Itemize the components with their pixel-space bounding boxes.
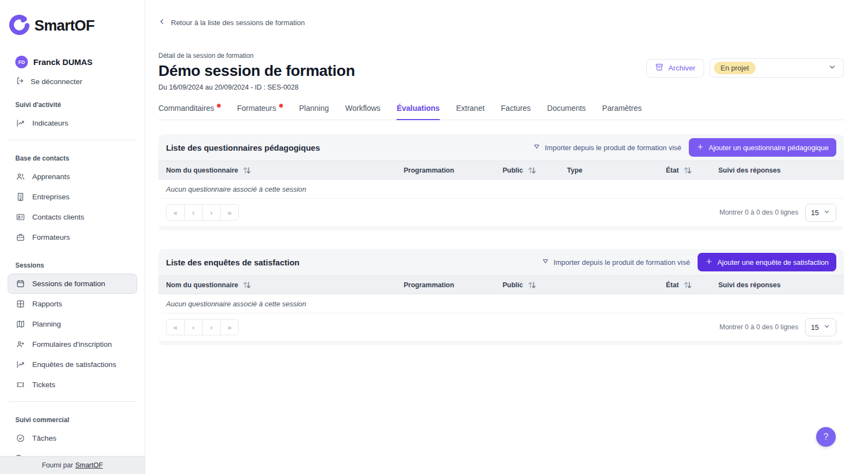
import-from-product-link[interactable]: Importer depuis le produit de formation … <box>533 143 681 152</box>
plus-icon <box>705 258 713 267</box>
page-size-select[interactable]: 15 <box>805 318 836 336</box>
sidebar-item-label: Enquêtes de satisfactions <box>32 360 116 369</box>
pagination-summary: Montrer 0 à 0 des 0 lignes <box>719 209 799 216</box>
column-header-nom[interactable]: Nom du questionnaire <box>158 276 400 294</box>
status-select[interactable]: En projet <box>710 58 844 78</box>
sidebar-item-label: Tâches <box>32 434 56 442</box>
sidebar-item-rapports[interactable]: Rapports <box>8 294 137 314</box>
sidebar-item-enquetes-satisfactions[interactable]: Enquêtes de satisfactions <box>8 354 137 375</box>
sidebar-item-entreprises[interactable]: Entreprises <box>8 187 137 207</box>
logout-label: Se déconnecter <box>31 78 82 86</box>
user-plus-icon <box>16 340 25 349</box>
pagination: « ‹ › » Montrer 0 à 0 des 0 lignes 15 <box>158 199 844 226</box>
column-header-public[interactable]: Public <box>499 161 564 180</box>
import-link-label: Importer depuis le produit de formation … <box>553 258 690 266</box>
header-actions: Archiver En projet <box>646 58 844 78</box>
column-header-type: Type <box>564 161 663 180</box>
first-page-button[interactable]: « <box>166 319 185 335</box>
tab-commanditaires[interactable]: Commanditaires <box>158 104 221 120</box>
alert-dot <box>217 104 221 108</box>
tab-workflows[interactable]: Workflows <box>345 104 380 120</box>
archive-button[interactable]: Archiver <box>646 59 704 78</box>
calendar-icon <box>16 279 25 288</box>
chart-line-icon <box>16 360 25 369</box>
sort-icon[interactable] <box>683 166 692 175</box>
questionnaires-table: Nom du questionnaire Programmation Publi… <box>158 161 844 199</box>
pagination: « ‹ › » Montrer 0 à 0 des 0 lignes 15 <box>158 313 844 341</box>
sidebar-footer: Fourni par SmartOF <box>0 456 145 474</box>
nav-section-title: Base de contacts <box>15 155 145 162</box>
logout-button[interactable]: Se déconnecter <box>16 76 145 87</box>
footer-brand-link[interactable]: SmartOF <box>75 461 103 469</box>
table-header-row: Nom du questionnaire Programmation Publi… <box>158 276 844 294</box>
sidebar-item-indicateurs[interactable]: Indicateurs <box>8 113 137 133</box>
ticket-icon <box>16 380 25 389</box>
table-header-row: Nom du questionnaire Programmation Publi… <box>158 161 844 180</box>
next-page-button[interactable]: › <box>202 204 221 221</box>
sidebar-item-formulaires-inscription[interactable]: Formulaires d'inscription <box>8 334 137 354</box>
divider <box>9 401 136 402</box>
nav-section-title: Suivi commercial <box>15 416 145 424</box>
sidebar-item-formateurs[interactable]: Formateurs <box>8 227 137 247</box>
tab-formateurs[interactable]: Formateurs <box>237 104 283 120</box>
id-card-icon <box>16 212 25 222</box>
page-size-value: 15 <box>811 209 819 217</box>
map-icon <box>16 319 25 329</box>
add-enquete-button[interactable]: Ajouter une enquête de satisfaction <box>698 253 836 271</box>
next-page-button[interactable]: › <box>202 319 221 335</box>
column-header-programmation: Programmation <box>400 161 499 180</box>
last-page-button[interactable]: » <box>220 204 239 221</box>
sort-icon[interactable] <box>528 281 536 289</box>
panel-enquetes-satisfaction: Liste des enquêtes de satisfaction Impor… <box>158 249 844 345</box>
alert-dot <box>279 104 283 108</box>
chart-line-icon <box>16 118 25 128</box>
tab-parametres[interactable]: Paramètres <box>602 104 641 120</box>
app-logo[interactable]: SmartOF <box>9 14 145 37</box>
tab-evaluations[interactable]: Évaluations <box>397 104 440 120</box>
sidebar-item-planning[interactable]: Planning <box>8 314 137 334</box>
sort-icon[interactable] <box>683 281 692 289</box>
column-header-etat[interactable]: État <box>663 161 715 180</box>
session-dates: Du 16/09/2024 au 20/09/2024 - ID : SES-0… <box>158 84 844 91</box>
sidebar-item-label: Contacts clients <box>32 213 84 221</box>
avatar: FD <box>15 56 28 68</box>
divider <box>9 140 136 140</box>
sidebar-item-contacts-clients[interactable]: Contacts clients <box>8 207 137 227</box>
back-link[interactable]: Retour à la liste des sessions de format… <box>158 18 844 27</box>
pager-controls: « ‹ › » <box>166 204 239 221</box>
sidebar-item-sessions-de-formation[interactable]: Sessions de formation <box>8 274 137 294</box>
tab-factures[interactable]: Factures <box>501 104 530 120</box>
sidebar-item-tickets[interactable]: Tickets <box>8 375 137 395</box>
help-button[interactable]: ? <box>816 427 836 447</box>
sidebar-item-taches[interactable]: Tâches <box>8 428 137 448</box>
column-header-public[interactable]: Public <box>499 276 663 294</box>
tab-extranet[interactable]: Extranet <box>456 104 485 120</box>
previous-page-button[interactable]: ‹ <box>184 204 203 221</box>
column-header-programmation: Programmation <box>400 276 499 294</box>
tab-documents[interactable]: Documents <box>547 104 586 120</box>
last-page-button[interactable]: » <box>220 319 239 335</box>
triangle-down-icon <box>533 143 540 152</box>
smartof-logo-icon <box>9 14 29 37</box>
column-header-nom[interactable]: Nom du questionnaire <box>158 161 400 180</box>
user-profile[interactable]: FD Franck DUMAS <box>15 56 145 68</box>
tab-planning[interactable]: Planning <box>299 104 329 120</box>
first-page-button[interactable]: « <box>166 204 185 221</box>
sort-icon[interactable] <box>243 166 251 175</box>
sort-icon[interactable] <box>528 166 536 175</box>
column-header-etat[interactable]: État <box>663 276 715 294</box>
add-questionnaire-button[interactable]: Ajouter un questionnaire pédagogique <box>689 138 836 157</box>
column-header-suivi: Suivi des réponses <box>715 161 844 180</box>
sidebar-item-apprenants[interactable]: Apprenants <box>8 167 137 187</box>
add-button-label: Ajouter un questionnaire pédagogique <box>708 144 829 152</box>
previous-page-button[interactable]: ‹ <box>184 319 203 335</box>
add-button-label: Ajouter une enquête de satisfaction <box>717 258 829 266</box>
page-size-select[interactable]: 15 <box>805 204 836 222</box>
sidebar-item-label: Apprenants <box>32 173 70 181</box>
panel-toolbar: Liste des questionnaires pédagogiques Im… <box>158 134 844 161</box>
sidebar-nav: Suivi d'activité Indicateurs Base de con… <box>0 101 145 474</box>
nav-section-title: Sessions <box>15 262 145 269</box>
import-from-product-link[interactable]: Importer depuis le produit de formation … <box>542 258 690 266</box>
sort-icon[interactable] <box>243 281 251 289</box>
sidebar-item-label: Planning <box>32 320 61 328</box>
